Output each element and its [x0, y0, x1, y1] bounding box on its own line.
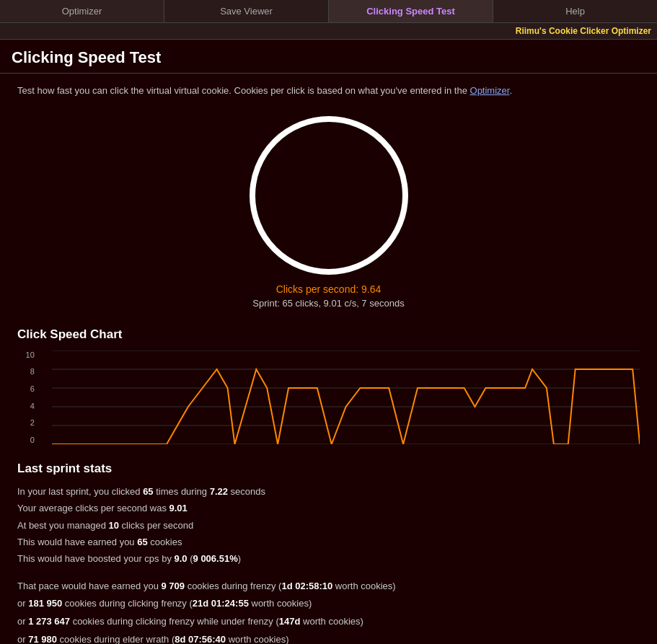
chart-section: Click Speed Chart 10 8 6 4 2 0 [0, 316, 657, 451]
stat-boost-pct: 9 006.51% [193, 553, 238, 564]
chart-container [52, 350, 640, 444]
y-label-10: 10 [17, 350, 35, 359]
stat-duration: 7.22 [210, 486, 228, 497]
stats-section: Last sprint stats In your last sprint, y… [0, 451, 657, 644]
stat-clicking-frenzy: or 181 950 cookies during clicking frenz… [17, 595, 640, 613]
stat-both-frenzy: or 1 273 647 cookies during clicking fre… [17, 613, 640, 631]
stat-both-frenzy-time: 147d [279, 616, 301, 627]
stat-frenzy-time: 1d 02:58:10 [281, 581, 332, 591]
stat-frenzy: That pace would have earned you 9 709 co… [17, 578, 640, 596]
stat-elder-wrath-cookies: 71 980 [28, 634, 57, 644]
stat-cookies-value: 65 [137, 537, 147, 547]
brand-label: Riimu's Cookie Clicker Optimizer [516, 26, 651, 36]
description: Test how fast you can click the virtual … [0, 74, 657, 109]
cookie-button[interactable] [250, 116, 408, 275]
nav-optimizer[interactable]: Optimizer [0, 0, 164, 22]
stat-frenzy-cookies: 9 709 [161, 581, 185, 591]
stats-title: Last sprint stats [17, 462, 640, 476]
nav-bar: Optimizer Save Viewer Clicking Speed Tes… [0, 0, 657, 23]
stat-best-cps: At best you managed 10 clicks per second [17, 517, 640, 534]
desc-post: . [509, 85, 512, 96]
sprint-label: Sprint: 65 clicks, 9.01 c/s, 7 seconds [252, 298, 404, 309]
stat-clicks-value: 65 [143, 486, 153, 497]
stat-best-value: 10 [108, 520, 118, 531]
cps-label: Clicks per second: 9.64 [276, 283, 382, 295]
y-label-2: 2 [17, 418, 35, 427]
y-label-0: 0 [17, 436, 35, 444]
desc-pre: Test how fast you can click the virtual … [17, 85, 470, 96]
nav-save-viewer[interactable]: Save Viewer [164, 0, 329, 22]
stat-clicking-frenzy-time: 21d 01:24:55 [193, 598, 249, 609]
y-label-6: 6 [17, 384, 35, 393]
stat-elder-wrath-time: 8d 07:56:40 [175, 634, 226, 644]
optimizer-link[interactable]: Optimizer [470, 85, 510, 96]
brand-bar: Riimu's Cookie Clicker Optimizer [0, 23, 657, 40]
nav-clicking-speed-test[interactable]: Clicking Speed Test [329, 0, 493, 22]
stat-clicking-frenzy-cookies: 181 950 [28, 598, 62, 609]
stat-cookies-earned: This would have earned you 65 cookies [17, 534, 640, 550]
stat-boost-value: 9.0 [175, 553, 188, 564]
stat-boost: This would have boosted your cps by 9.0 … [17, 550, 640, 567]
chart-svg [52, 350, 640, 444]
cookie-area: Clicks per second: 9.64 Sprint: 65 click… [0, 109, 657, 316]
y-label-8: 8 [17, 367, 35, 376]
stat-both-frenzy-cookies: 1 273 647 [28, 616, 70, 627]
stats-block2: That pace would have earned you 9 709 co… [17, 578, 640, 644]
y-label-4: 4 [17, 402, 35, 410]
stat-elder-wrath: or 71 980 cookies during elder wrath (8d… [17, 631, 640, 644]
stats-block1: In your last sprint, you clicked 65 time… [17, 483, 640, 568]
stat-clicks: In your last sprint, you clicked 65 time… [17, 483, 640, 500]
chart-title: Click Speed Chart [17, 327, 640, 342]
stat-avg-cps-value: 9.01 [169, 503, 188, 513]
nav-help[interactable]: Help [493, 0, 657, 22]
page-title: Clicking Speed Test [0, 40, 657, 74]
stat-avg-cps: Your average clicks per second was 9.01 [17, 500, 640, 516]
